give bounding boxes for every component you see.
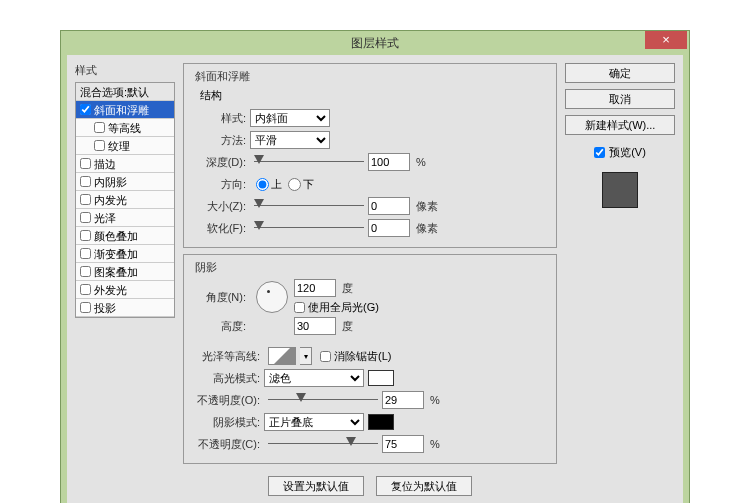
sidebar-item-5[interactable]: 内阴影 bbox=[76, 173, 174, 191]
sidebar-item-label: 渐变叠加 bbox=[94, 245, 138, 263]
highlight-color-swatch[interactable] bbox=[368, 370, 394, 386]
new-style-button[interactable]: 新建样式(W)... bbox=[565, 115, 675, 135]
sidebar-item-checkbox[interactable] bbox=[80, 248, 91, 259]
preview-checkbox[interactable] bbox=[594, 147, 605, 158]
altitude-input[interactable] bbox=[294, 317, 336, 335]
sidebar-item-checkbox[interactable] bbox=[80, 302, 91, 313]
highlight-opacity-slider[interactable] bbox=[268, 393, 378, 407]
direction-down-label: 下 bbox=[303, 177, 314, 192]
sidebar-item-7[interactable]: 光泽 bbox=[76, 209, 174, 227]
preview-label: 预览(V) bbox=[609, 145, 646, 160]
soften-slider[interactable] bbox=[254, 221, 364, 235]
sidebar-item-label: 光泽 bbox=[94, 209, 116, 227]
depth-label: 深度(D): bbox=[192, 155, 250, 170]
size-label: 大小(Z): bbox=[192, 199, 250, 214]
cancel-button[interactable]: 取消 bbox=[565, 89, 675, 109]
sidebar-item-8[interactable]: 颜色叠加 bbox=[76, 227, 174, 245]
sidebar-item-label: 混合选项:默认 bbox=[80, 83, 149, 101]
shading-fieldset: 阴影 角度(N): 度 使用全局光(G) bbox=[183, 254, 557, 464]
sidebar-item-10[interactable]: 图案叠加 bbox=[76, 263, 174, 281]
angle-input[interactable] bbox=[294, 279, 336, 297]
sidebar-item-11[interactable]: 外发光 bbox=[76, 281, 174, 299]
method-select[interactable]: 平滑 bbox=[250, 131, 330, 149]
gloss-contour-dropdown[interactable]: ▾ bbox=[300, 347, 312, 365]
altitude-unit: 度 bbox=[342, 319, 353, 334]
sidebar-item-checkbox[interactable] bbox=[80, 158, 91, 169]
shadow-color-swatch[interactable] bbox=[368, 414, 394, 430]
direction-down-radio[interactable] bbox=[288, 178, 301, 191]
direction-up-radio[interactable] bbox=[256, 178, 269, 191]
highlight-mode-label: 高光模式: bbox=[192, 371, 264, 386]
angle-label: 角度(N): bbox=[192, 290, 250, 305]
antialias-checkbox[interactable] bbox=[320, 351, 331, 362]
styles-list: 混合选项:默认斜面和浮雕等高线纹理描边内阴影内发光光泽颜色叠加渐变叠加图案叠加外… bbox=[75, 82, 175, 318]
bevel-fieldset: 斜面和浮雕 结构 样式: 内斜面 方法: 平滑 深度(D): % 方向: bbox=[183, 63, 557, 248]
shadow-opacity-slider[interactable] bbox=[268, 437, 378, 451]
style-label: 样式: bbox=[192, 111, 250, 126]
highlight-mode-select[interactable]: 滤色 bbox=[264, 369, 364, 387]
sidebar-item-label: 斜面和浮雕 bbox=[94, 101, 149, 119]
sidebar-item-checkbox[interactable] bbox=[80, 194, 91, 205]
depth-slider[interactable] bbox=[254, 155, 364, 169]
shadow-opacity-unit: % bbox=[430, 438, 440, 450]
style-select[interactable]: 内斜面 bbox=[250, 109, 330, 127]
sidebar-item-label: 描边 bbox=[94, 155, 116, 173]
ok-button[interactable]: 确定 bbox=[565, 63, 675, 83]
structure-title: 结构 bbox=[192, 88, 548, 103]
direction-up-label: 上 bbox=[271, 177, 282, 192]
size-input[interactable] bbox=[368, 197, 410, 215]
sidebar-item-1[interactable]: 斜面和浮雕 bbox=[76, 101, 174, 119]
set-default-button[interactable]: 设置为默认值 bbox=[268, 476, 364, 496]
sidebar-item-label: 投影 bbox=[94, 299, 116, 317]
close-icon[interactable]: × bbox=[645, 31, 687, 49]
sidebar-item-2[interactable]: 等高线 bbox=[76, 119, 174, 137]
sidebar-item-checkbox[interactable] bbox=[94, 122, 105, 133]
sidebar-item-label: 内阴影 bbox=[94, 173, 127, 191]
sidebar-item-0[interactable]: 混合选项:默认 bbox=[76, 83, 174, 101]
sidebar-item-label: 外发光 bbox=[94, 281, 127, 299]
titlebar[interactable]: 图层样式 × bbox=[61, 31, 689, 55]
window-title: 图层样式 bbox=[61, 35, 689, 52]
gloss-contour-picker[interactable] bbox=[268, 347, 296, 365]
highlight-opacity-label: 不透明度(O): bbox=[192, 393, 264, 408]
global-light-label: 使用全局光(G) bbox=[308, 300, 379, 315]
sidebar-heading: 样式 bbox=[75, 63, 175, 78]
soften-label: 软化(F): bbox=[192, 221, 250, 236]
sidebar-item-checkbox[interactable] bbox=[80, 266, 91, 277]
bevel-title: 斜面和浮雕 bbox=[192, 69, 253, 84]
sidebar-item-checkbox[interactable] bbox=[80, 176, 91, 187]
sidebar-item-9[interactable]: 渐变叠加 bbox=[76, 245, 174, 263]
sidebar-item-checkbox[interactable] bbox=[80, 104, 91, 115]
global-light-checkbox[interactable] bbox=[294, 302, 305, 313]
styles-sidebar: 样式 混合选项:默认斜面和浮雕等高线纹理描边内阴影内发光光泽颜色叠加渐变叠加图案… bbox=[75, 63, 175, 496]
shadow-opacity-input[interactable] bbox=[382, 435, 424, 453]
sidebar-item-checkbox[interactable] bbox=[80, 212, 91, 223]
soften-input[interactable] bbox=[368, 219, 410, 237]
depth-unit: % bbox=[416, 156, 426, 168]
sidebar-item-checkbox[interactable] bbox=[94, 140, 105, 151]
size-unit: 像素 bbox=[416, 199, 438, 214]
sidebar-item-12[interactable]: 投影 bbox=[76, 299, 174, 317]
altitude-label: 高度: bbox=[192, 319, 250, 334]
angle-dial[interactable] bbox=[256, 281, 288, 313]
default-buttons: 设置为默认值 复位为默认值 bbox=[183, 476, 557, 496]
sidebar-item-4[interactable]: 描边 bbox=[76, 155, 174, 173]
main-panel: 斜面和浮雕 结构 样式: 内斜面 方法: 平滑 深度(D): % 方向: bbox=[183, 63, 557, 496]
sidebar-item-label: 图案叠加 bbox=[94, 263, 138, 281]
depth-input[interactable] bbox=[368, 153, 410, 171]
sidebar-item-label: 颜色叠加 bbox=[94, 227, 138, 245]
layer-style-dialog: 图层样式 × 样式 混合选项:默认斜面和浮雕等高线纹理描边内阴影内发光光泽颜色叠… bbox=[60, 30, 690, 503]
shadow-mode-select[interactable]: 正片叠底 bbox=[264, 413, 364, 431]
reset-default-button[interactable]: 复位为默认值 bbox=[376, 476, 472, 496]
size-slider[interactable] bbox=[254, 199, 364, 213]
sidebar-item-6[interactable]: 内发光 bbox=[76, 191, 174, 209]
method-label: 方法: bbox=[192, 133, 250, 148]
sidebar-item-checkbox[interactable] bbox=[80, 284, 91, 295]
soften-unit: 像素 bbox=[416, 221, 438, 236]
highlight-opacity-input[interactable] bbox=[382, 391, 424, 409]
sidebar-item-checkbox[interactable] bbox=[80, 230, 91, 241]
shadow-mode-label: 阴影模式: bbox=[192, 415, 264, 430]
shadow-opacity-label: 不透明度(C): bbox=[192, 437, 264, 452]
sidebar-item-3[interactable]: 纹理 bbox=[76, 137, 174, 155]
angle-unit: 度 bbox=[342, 281, 353, 296]
